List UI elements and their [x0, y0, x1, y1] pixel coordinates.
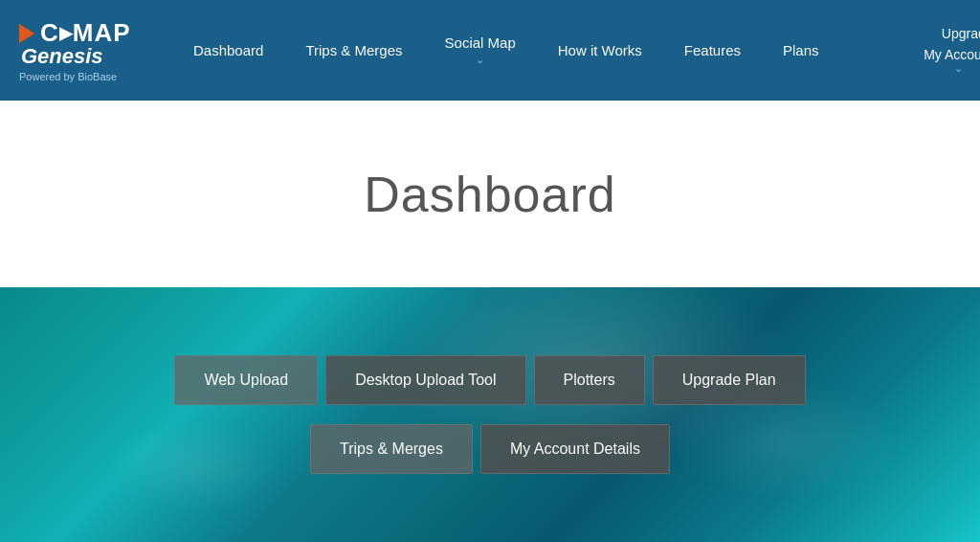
main-white-section: Dashboard	[0, 101, 980, 287]
nav-features[interactable]: Features	[663, 0, 762, 101]
nav-dashboard-label: Dashboard	[193, 42, 263, 58]
web-upload-button[interactable]: Web Upload	[174, 355, 318, 405]
desktop-upload-tool-button[interactable]: Desktop Upload Tool	[325, 355, 525, 405]
logo-area: C▸MAP Genesis Powered by BioBase	[19, 18, 172, 82]
trips-merges-button[interactable]: Trips & Merges	[310, 424, 473, 474]
nav-trips-merges[interactable]: Trips & Merges	[284, 0, 423, 101]
nav-social-map[interactable]: Social Map ⌄	[424, 0, 537, 101]
my-account-details-button[interactable]: My Account Details	[480, 424, 670, 474]
my-account-chevron-icon: ⌄	[954, 62, 963, 75]
dashboard-btn-row1: Web Upload Desktop Upload Tool Plotters …	[174, 355, 805, 405]
play-icon	[19, 24, 34, 43]
my-account-label: My Account	[924, 47, 980, 62]
logo-genesis-text: Genesis	[21, 44, 103, 69]
my-account-menu[interactable]: My Account ⌄	[924, 47, 980, 75]
nav-plans-label: Plans	[783, 42, 819, 58]
nav-dashboard[interactable]: Dashboard	[172, 0, 284, 101]
nav-features-label: Features	[684, 42, 741, 58]
logo-powered-text: Powered by BioBase	[19, 71, 117, 82]
nav-social-map-label: Social Map	[445, 34, 516, 51]
nav-center: Dashboard Trips & Merges Social Map ⌄ Ho…	[172, 0, 840, 101]
navbar: C▸MAP Genesis Powered by BioBase Dashboa…	[0, 0, 980, 101]
nav-plans[interactable]: Plans	[762, 0, 840, 101]
dashboard-btn-row2: Trips & Merges My Account Details	[310, 424, 670, 474]
nav-trips-merges-label: Trips & Merges	[305, 42, 402, 58]
nav-how-it-works[interactable]: How it Works	[537, 0, 663, 101]
plotters-button[interactable]: Plotters	[534, 355, 645, 405]
social-map-chevron-icon: ⌄	[476, 54, 484, 66]
ocean-section: Web Upload Desktop Upload Tool Plotters …	[0, 287, 980, 542]
page-title: Dashboard	[364, 166, 615, 223]
nav-how-it-works-label: How it Works	[558, 42, 642, 58]
nav-right: Upgrade My Account ⌄	[840, 26, 980, 75]
upgrade-link[interactable]: Upgrade	[942, 26, 980, 41]
upgrade-plan-button[interactable]: Upgrade Plan	[653, 355, 806, 405]
